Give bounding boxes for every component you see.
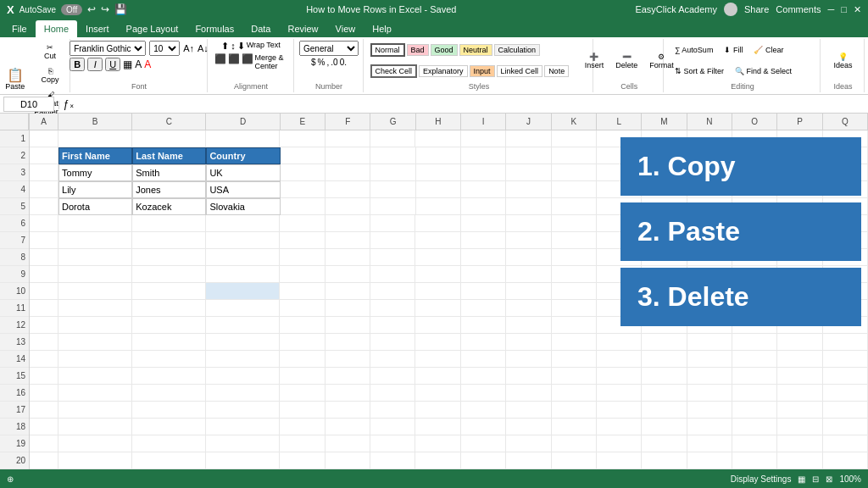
border-icon[interactable]: ▦ [123, 58, 132, 70]
cell-B4[interactable]: Lily [58, 181, 132, 198]
cell-F3[interactable] [326, 164, 370, 181]
fill-color-icon[interactable]: A [135, 58, 142, 70]
cell-B5[interactable]: Dorota [58, 198, 132, 215]
col-header-C[interactable]: C [132, 114, 206, 130]
col-header-M[interactable]: M [642, 114, 687, 130]
cell-K2[interactable] [552, 147, 597, 164]
cell-K4[interactable] [552, 181, 597, 198]
row-2[interactable]: 2 [0, 147, 29, 164]
cell-C4[interactable]: Jones [132, 181, 206, 198]
row-13[interactable]: 13 [0, 334, 29, 351]
page-break-icon[interactable]: ⊠ [826, 474, 832, 484]
fill-button[interactable]: ⬇ Fill [720, 43, 747, 57]
col-header-O[interactable]: O [732, 114, 777, 130]
cell-C1[interactable] [132, 130, 206, 147]
cell-H1[interactable] [415, 130, 460, 147]
autosum-button[interactable]: ∑ AutoSum [670, 43, 717, 57]
find-select-button[interactable]: 🔍 Find & Select [731, 64, 796, 78]
percent-icon[interactable]: % [318, 58, 326, 67]
row-12[interactable]: 12 [0, 317, 29, 334]
wrap-text-button[interactable]: Wrap Text [247, 41, 281, 52]
cell-E2[interactable] [281, 147, 326, 164]
cell-A3[interactable] [30, 164, 58, 181]
name-box[interactable] [3, 97, 54, 112]
cell-F4[interactable] [326, 181, 370, 198]
increase-decimal-icon[interactable]: .0 [331, 58, 337, 67]
style-calculation[interactable]: Calculation [494, 44, 541, 56]
row-1[interactable]: 1 [0, 130, 29, 147]
style-normal[interactable]: Normal [370, 43, 405, 57]
restore-icon[interactable]: □ [841, 4, 847, 14]
align-middle-icon[interactable]: ↕ [231, 41, 236, 52]
ideas-button[interactable]: 💡 Ideas [829, 50, 856, 72]
cell-I5[interactable] [461, 198, 506, 215]
cell-I2[interactable] [461, 147, 506, 164]
cell-G5[interactable] [370, 198, 415, 215]
tab-insert[interactable]: Insert [77, 20, 118, 37]
page-layout-icon[interactable]: ⊟ [812, 474, 819, 484]
merge-center-button[interactable]: Merge & Center [255, 53, 288, 70]
col-header-Q[interactable]: Q [823, 114, 868, 130]
cell-F1[interactable] [326, 130, 370, 147]
col-header-I[interactable]: I [461, 114, 506, 130]
cell-B2[interactable]: First Name [58, 147, 132, 164]
cell-A5[interactable] [30, 198, 58, 215]
row-7[interactable]: 7 [0, 232, 29, 249]
row-5[interactable]: 5 [0, 198, 29, 215]
font-color-icon[interactable]: A [144, 58, 151, 70]
cell-A2[interactable] [30, 147, 58, 164]
cell-A4[interactable] [30, 181, 58, 198]
cell-G4[interactable] [370, 181, 415, 198]
comments-button[interactable]: Comments [776, 4, 821, 14]
cell-G3[interactable] [370, 164, 415, 181]
cell-E5[interactable] [281, 198, 326, 215]
font-family-select[interactable]: Franklin Gothic M [70, 41, 146, 56]
autosave-toggle[interactable]: Off [61, 4, 82, 15]
display-settings-label[interactable]: Display Settings [731, 474, 792, 484]
col-header-G[interactable]: G [370, 114, 415, 130]
tab-formulas[interactable]: Formulas [186, 20, 242, 37]
close-icon[interactable]: ✕ [854, 4, 861, 15]
save-icon[interactable]: 💾 [114, 3, 127, 15]
share-button[interactable]: Share [744, 4, 769, 14]
align-top-icon[interactable]: ⬆ [221, 41, 229, 52]
currency-icon[interactable]: $ [311, 58, 316, 67]
cell-F2[interactable] [326, 147, 370, 164]
cell-J3[interactable] [506, 164, 551, 181]
col-header-D[interactable]: D [206, 114, 280, 130]
tab-help[interactable]: Help [364, 20, 400, 37]
cell-C2[interactable]: Last Name [132, 147, 206, 164]
row-9[interactable]: 9 [0, 266, 29, 283]
row-3[interactable]: 3 [0, 164, 29, 181]
col-header-K[interactable]: K [552, 114, 597, 130]
col-header-P[interactable]: P [777, 114, 822, 130]
align-right-icon[interactable]: ⬛ [242, 53, 253, 70]
delete-cells-button[interactable]: ➖ Delete [611, 50, 642, 72]
cell-D5[interactable]: Slovakia [206, 198, 280, 215]
col-header-H[interactable]: H [416, 114, 461, 130]
copy-button[interactable]: ⎘ Copy [30, 64, 70, 86]
redo-icon[interactable]: ↪ [101, 3, 109, 15]
cell-G1[interactable] [370, 130, 415, 147]
insert-button[interactable]: ➕ Insert [581, 50, 609, 72]
cell-D2[interactable]: Country [206, 147, 280, 164]
style-input[interactable]: Input [470, 65, 495, 77]
cell-D4[interactable]: USA [206, 181, 280, 198]
increase-font-icon[interactable]: A↑ [183, 43, 194, 53]
tab-review[interactable]: Review [279, 20, 326, 37]
style-note[interactable]: Note [544, 65, 569, 77]
style-good[interactable]: Good [431, 44, 458, 56]
row-6[interactable]: 6 [0, 215, 29, 232]
row-18[interactable]: 18 [0, 419, 29, 435]
cell-C5[interactable]: Kozacek [132, 198, 206, 215]
cell-H3[interactable] [416, 164, 461, 181]
cell-H4[interactable] [416, 181, 461, 198]
number-format-select[interactable]: General [299, 41, 359, 56]
clear-button[interactable]: 🧹 Clear [749, 43, 787, 57]
col-header-A[interactable]: A [30, 114, 58, 130]
function-icon[interactable]: ƒₓ [64, 98, 74, 110]
col-header-F[interactable]: F [326, 114, 370, 130]
cell-E3[interactable] [281, 164, 326, 181]
tab-data[interactable]: Data [242, 20, 279, 37]
cell-D3[interactable]: UK [206, 164, 280, 181]
